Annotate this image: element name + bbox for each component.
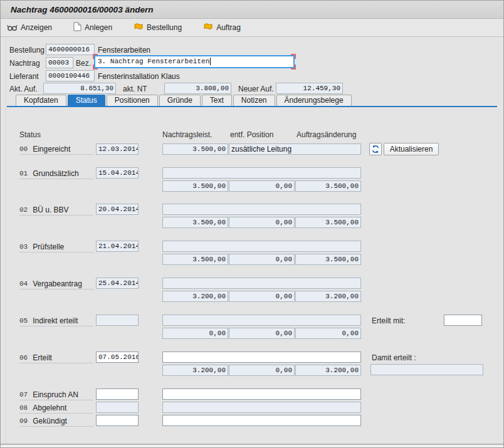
- date-field-07[interactable]: [96, 388, 139, 400]
- date-field-05: [96, 315, 139, 326]
- column-header-nachtragsleist: Nachtragsleist.: [162, 130, 212, 139]
- date-field-00[interactable]: 12.03.2014: [96, 143, 139, 155]
- nachtrag-number-field[interactable]: 00003: [46, 57, 73, 68]
- aktualisieren-button[interactable]: Aktualisieren: [384, 143, 439, 155]
- bestellung-number-field[interactable]: 4600000016: [46, 44, 95, 55]
- wide-field-02: [162, 204, 361, 215]
- wide-field-07[interactable]: [162, 388, 361, 400]
- amount-field-03-a: 3.500,00: [162, 254, 228, 265]
- amount-field-06-c: 3.200,00: [295, 365, 361, 376]
- text-cursor: [210, 58, 211, 65]
- tab-status[interactable]: Status: [68, 95, 105, 106]
- date-field-09[interactable]: [96, 415, 139, 426]
- wide-field-01: [162, 167, 361, 179]
- amount-field-03-b: 0,00: [229, 254, 295, 265]
- bestellung-field-label: Bestellung: [9, 46, 45, 55]
- wide-field-09[interactable]: [162, 415, 361, 426]
- title-bar: Nachtrag 4600000016/00003 ändern: [1, 1, 503, 19]
- tab-notizen[interactable]: Notizen: [233, 95, 275, 106]
- tab-text[interactable]: Text: [202, 95, 232, 106]
- tab-gruende[interactable]: Gründe: [159, 95, 201, 106]
- status-code: 02: [19, 206, 28, 214]
- amount-field-04-c: 3.200,00: [295, 291, 361, 302]
- auftrag-button[interactable]: Auftrag: [203, 23, 241, 33]
- application-toolbar: Anzeigen Anlegen Bestellung: [1, 19, 503, 37]
- auftrag-label: Auftrag: [216, 23, 241, 32]
- status-label-08: 08 Abgelehnt: [19, 403, 93, 414]
- amount-field-02-a: 3.500,00: [162, 217, 228, 228]
- amount-field-06-b: 0,00: [229, 365, 295, 376]
- akt-nt-field: 3.808,00: [164, 83, 231, 94]
- date-field-04[interactable]: 25.04.2014: [96, 278, 139, 289]
- focus-corner-icon: [291, 65, 296, 70]
- date-field-08: [96, 402, 139, 413]
- status-label-01: 01 Grundsätzlich: [19, 169, 93, 179]
- status-name: BÜ u. BBV: [33, 206, 68, 214]
- neuer-auf-field: 12.459,30: [276, 83, 343, 94]
- status-code: 01: [19, 170, 28, 177]
- date-field-03[interactable]: 21.04.2014: [96, 241, 139, 252]
- column-header-auftragsaenderung: Auftragsänderung: [297, 130, 356, 139]
- page-title: Nachtrag 4600000016/00003 ändern: [11, 5, 153, 14]
- damit-erteilt-label: Damit erteilt :: [372, 353, 416, 362]
- status-name: Grundsätzlich: [33, 169, 78, 178]
- date-field-06[interactable]: 07.05.2016: [96, 352, 139, 363]
- bestellung-button[interactable]: Bestellung: [134, 23, 182, 33]
- wide-field-06[interactable]: [162, 352, 361, 363]
- amount-field-03-c: 3.500,00: [295, 254, 361, 265]
- amount-field-05-a: 0,00: [162, 328, 228, 339]
- column-header-status: Status: [19, 130, 41, 139]
- anlegen-button[interactable]: Anlegen: [73, 22, 112, 33]
- status-code: 03: [19, 243, 28, 251]
- erteilt-mit-label: Erteilt mit:: [372, 316, 405, 325]
- bestellung-label: Bestellung: [147, 23, 182, 32]
- anlegen-label: Anlegen: [85, 23, 112, 32]
- status-label-02: 02 BÜ u. BBV: [19, 205, 93, 216]
- tab-positionen[interactable]: Positionen: [107, 95, 158, 106]
- lieferant-number-field[interactable]: 0000100446: [46, 70, 95, 81]
- status-name: Einspruch AN: [33, 390, 78, 399]
- entf-position-field-00[interactable]: zusätliche Leitung: [229, 143, 361, 155]
- amount-field-04-a: 3.200,00: [162, 291, 228, 302]
- focus-corner-icon: [93, 54, 98, 59]
- new-document-icon: [73, 22, 81, 33]
- amount-field-00[interactable]: 3.500,00: [162, 143, 228, 155]
- neuer-auf-label: Neuer Auf.: [238, 85, 274, 93]
- yellow-order-icon: [203, 23, 213, 33]
- status-label-04: 04 Vergabeantrag: [19, 279, 93, 289]
- status-code: 09: [19, 417, 28, 425]
- status-name: Eingereicht: [33, 145, 70, 154]
- amount-field-01-a: 3.500,00: [162, 180, 228, 192]
- anzeigen-label: Anzeigen: [21, 23, 52, 32]
- wide-field-03: [162, 241, 361, 252]
- amount-field-06-a: 3.200,00: [162, 365, 228, 376]
- status-label-00: 00 Eingereicht: [19, 144, 93, 155]
- sap-window: Nachtrag 4600000016/00003 ändern Anzeige…: [0, 0, 504, 448]
- tab-strip: Kopfdaten Status Positionen Gründe Text …: [7, 95, 497, 107]
- anzeigen-button[interactable]: Anzeigen: [7, 23, 52, 33]
- amount-field-01-c: 3.500,00: [295, 180, 361, 192]
- status-code: 07: [19, 391, 28, 399]
- tab-aenderungsbelege[interactable]: Änderungsbelege: [276, 95, 352, 106]
- status-label-09: 09 Gekündigt: [19, 416, 93, 427]
- refresh-icon-button[interactable]: [369, 143, 382, 155]
- column-header-entf-position: entf. Position: [230, 130, 273, 139]
- tab-kopfdaten[interactable]: Kopfdaten: [16, 95, 66, 106]
- date-field-02[interactable]: 20.04.2014: [96, 204, 139, 215]
- status-name: Vergabeantrag: [33, 279, 82, 288]
- status-code: 04: [19, 280, 28, 288]
- status-name: Gekündigt: [33, 417, 67, 425]
- amount-field-05-c: 0,00: [295, 328, 361, 339]
- amount-field-01-b: 0,00: [229, 180, 295, 192]
- erteilt-mit-input[interactable]: [444, 315, 482, 326]
- lieferant-field-label: Lieferant: [9, 72, 39, 81]
- yellow-order-icon: [134, 23, 144, 33]
- status-code: 05: [19, 317, 28, 325]
- nachtrag-bezeichnung-input[interactable]: 3. Nachtrag Fensterarbeiten: [93, 55, 295, 69]
- date-field-01[interactable]: 15.04.2014: [96, 167, 139, 179]
- content-left-groove: [6, 37, 6, 444]
- refresh-icon: [371, 145, 380, 154]
- status-name: Prüfstelle: [33, 242, 64, 251]
- damit-erteilt-field: [370, 364, 483, 375]
- status-label-05: 05 Indirekt erteilt: [19, 316, 93, 326]
